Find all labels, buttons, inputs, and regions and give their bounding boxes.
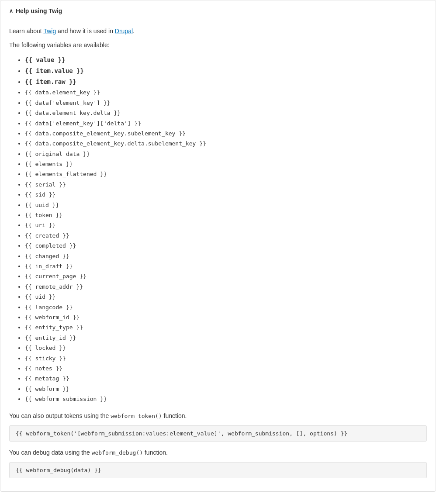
list-item: {{ data.composite_element_key.delta.sube… (25, 138, 427, 148)
debug-prose-before: You can debug data using the (9, 449, 92, 456)
list-item: {{ sticky }} (25, 353, 427, 363)
debug-prose-after: function. (143, 449, 168, 456)
list-item: {{ uid }} (25, 292, 427, 302)
section-header: ∧ Help using Twig (9, 7, 427, 19)
list-item: {{ locked }} (25, 343, 427, 353)
list-item: {{ data['element_key'] }} (25, 98, 427, 108)
list-item: {{ notes }} (25, 363, 427, 373)
token-code-block: {{ webform_token('[webform_submission:va… (9, 425, 427, 442)
list-item: {{ created }} (25, 231, 427, 241)
list-item: {{ elements_flattened }} (25, 169, 427, 179)
variables-label: The following variables are available: (9, 40, 427, 50)
list-item: {{ webform_submission }} (25, 394, 427, 404)
debug-prose-code: webform_debug() (92, 449, 143, 456)
token-prose-after: function. (162, 412, 187, 419)
list-item: {{ data['element_key']['delta'] }} (25, 118, 427, 128)
list-item: {{ data.element_key.delta }} (25, 108, 427, 118)
list-item: {{ serial }} (25, 180, 427, 190)
list-item: {{ remote_addr }} (25, 282, 427, 292)
list-item: {{ changed }} (25, 251, 427, 261)
list-item: {{ item.value }} (25, 66, 427, 76)
list-item: {{ in_draft }} (25, 261, 427, 271)
list-item: {{ webform }} (25, 384, 427, 394)
intro-text-before-link1: Learn about (9, 28, 43, 35)
list-item: {{ entity_id }} (25, 333, 427, 343)
list-item: {{ entity_type }} (25, 322, 427, 332)
list-item: {{ sid }} (25, 190, 427, 200)
list-item: {{ uuid }} (25, 200, 427, 210)
help-twig-section: ∧ Help using Twig Learn about Twig and h… (0, 0, 436, 492)
token-prose: You can also output tokens using the web… (9, 411, 427, 421)
section-title: Help using Twig (16, 7, 62, 14)
drupal-link[interactable]: Drupal (115, 28, 133, 35)
list-item: {{ token }} (25, 210, 427, 220)
list-item: {{ current_page }} (25, 271, 427, 281)
list-item: {{ original_data }} (25, 149, 427, 159)
chevron-up-icon: ∧ (9, 8, 13, 14)
debug-prose: You can debug data using the webform_deb… (9, 448, 427, 458)
intro-text-end: . (133, 28, 135, 35)
list-item: {{ webform_id }} (25, 312, 427, 322)
token-prose-code: webform_token() (111, 413, 162, 419)
twig-link[interactable]: Twig (43, 28, 56, 35)
list-item: {{ data.composite_element_key.subelement… (25, 128, 427, 138)
list-item: {{ langcode }} (25, 302, 427, 312)
list-item: {{ uri }} (25, 220, 427, 230)
list-item: {{ item.raw }} (25, 76, 427, 87)
list-item: {{ metatag }} (25, 373, 427, 383)
list-item: {{ completed }} (25, 241, 427, 251)
list-item: {{ elements }} (25, 159, 427, 169)
intro-paragraph: Learn about Twig and how it is used in D… (9, 26, 427, 36)
debug-code-block: {{ webform_debug(data) }} (9, 462, 427, 478)
intro-text-middle: and how it is used in (56, 28, 115, 35)
list-item: {{ data.element_key }} (25, 87, 427, 97)
list-item: {{ value }} (25, 55, 427, 66)
variables-list: {{ value }}{{ item.value }}{{ item.raw }… (9, 55, 427, 404)
token-prose-before: You can also output tokens using the (9, 412, 111, 419)
